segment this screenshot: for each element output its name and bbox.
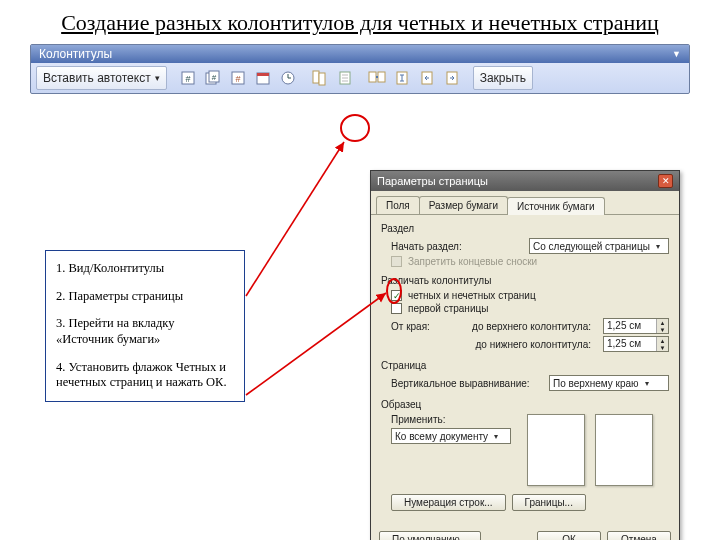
instruction-step-2: 2. Параметры страницы — [56, 289, 234, 305]
toolbar-title: Колонтитулы — [39, 47, 112, 61]
svg-rect-8 — [257, 73, 269, 76]
preview-pages — [527, 414, 653, 486]
group-preview: Образец Применить: Ко всему документу Ну… — [381, 399, 669, 511]
toolbar-button-row: Вставить автотекст ▾ # # # — [31, 63, 689, 93]
page-setup-dialog: Параметры страницы ✕ Поля Размер бумаги … — [370, 170, 680, 540]
dialog-close-icon[interactable]: ✕ — [658, 174, 673, 188]
insert-page-count-icon[interactable]: # — [202, 67, 224, 89]
format-page-number-icon[interactable]: # — [227, 67, 249, 89]
svg-text:#: # — [235, 74, 240, 84]
dialog-titlebar: Параметры страницы ✕ — [371, 171, 679, 191]
group-headers-title: Различать колонтитулы — [381, 275, 669, 286]
close-toolbar-button[interactable]: Закрыть — [473, 66, 533, 90]
preview-page-right — [595, 414, 653, 486]
line-numbers-button[interactable]: Нумерация строк... — [391, 494, 506, 511]
first-page-label: первой страницы — [408, 303, 488, 314]
page-title: Создание разных колонтитулов для четных … — [40, 10, 680, 36]
next-section-icon[interactable] — [441, 67, 463, 89]
svg-rect-12 — [313, 71, 319, 83]
start-section-label: Начать раздел: — [391, 241, 462, 252]
toolbar-dropdown-caret-icon[interactable]: ▼ — [672, 49, 681, 59]
toolbar-titlebar: Колонтитулы ▼ — [31, 45, 689, 63]
valign-select[interactable]: По верхнему краю — [549, 375, 669, 391]
svg-rect-13 — [319, 73, 325, 85]
dialog-button-row: По умолчанию... ОК Отмена — [371, 525, 679, 540]
footer-distance-field[interactable]: 1,25 см ▲▼ — [603, 336, 669, 352]
highlight-circle-toolbar — [340, 114, 370, 142]
header-distance-label: до верхнего колонтитула: — [436, 321, 591, 332]
previous-section-icon[interactable] — [416, 67, 438, 89]
from-edge-label: От края: — [391, 321, 430, 332]
svg-rect-18 — [369, 72, 376, 82]
preview-page-left — [527, 414, 585, 486]
insert-page-number-icon[interactable]: # — [177, 67, 199, 89]
instruction-box: 1. Вид/Колонтитулы 2. Параметры страницы… — [45, 250, 245, 402]
svg-line-24 — [246, 293, 386, 395]
svg-text:#: # — [211, 73, 216, 82]
switch-header-footer-icon[interactable] — [391, 67, 413, 89]
group-preview-title: Образец — [381, 399, 669, 410]
footer-distance-label: до нижнего колонтитула: — [397, 339, 591, 350]
same-as-previous-icon[interactable] — [366, 67, 388, 89]
instruction-step-1: 1. Вид/Колонтитулы — [56, 261, 234, 277]
group-section-title: Раздел — [381, 223, 669, 234]
dialog-body: Раздел Начать раздел: Со следующей стран… — [371, 215, 679, 525]
start-section-select[interactable]: Со следующей страницы — [529, 238, 669, 254]
dialog-title: Параметры страницы — [377, 175, 488, 187]
apply-to-label: Применить: — [391, 414, 521, 425]
first-page-checkbox[interactable] — [391, 303, 402, 314]
svg-line-23 — [246, 142, 344, 296]
footer-distance-value: 1,25 см — [604, 337, 656, 351]
spinner-icon[interactable]: ▲▼ — [656, 337, 668, 351]
tab-fields[interactable]: Поля — [376, 196, 420, 214]
svg-text:#: # — [185, 74, 190, 84]
dropdown-caret-icon: ▾ — [155, 73, 160, 83]
default-button[interactable]: По умолчанию... — [379, 531, 481, 540]
header-distance-value: 1,25 см — [604, 319, 656, 333]
tab-paper-size[interactable]: Размер бумаги — [419, 196, 508, 214]
group-section: Раздел Начать раздел: Со следующей стран… — [381, 223, 669, 267]
instruction-step-4: 4. Установить флажок Четных и нечетных с… — [56, 360, 234, 391]
valign-label: Вертикальное выравнивание: — [391, 378, 530, 389]
page-setup-icon[interactable] — [309, 67, 331, 89]
insert-autotext-label: Вставить автотекст — [43, 71, 151, 85]
spinner-icon[interactable]: ▲▼ — [656, 319, 668, 333]
group-headers: Различать колонтитулы ✓ четных и нечетны… — [381, 275, 669, 352]
insert-autotext-button[interactable]: Вставить автотекст ▾ — [36, 66, 167, 90]
group-page-title: Страница — [381, 360, 669, 371]
tab-paper-source[interactable]: Источник бумаги — [507, 197, 605, 215]
header-footer-toolbar: Колонтитулы ▼ Вставить автотекст ▾ # # # — [30, 44, 690, 94]
instruction-step-3: 3. Перейти на вкладку «Источник бумаги» — [56, 316, 234, 347]
borders-button[interactable]: Границы... — [512, 494, 586, 511]
dialog-tabs: Поля Размер бумаги Источник бумаги — [371, 191, 679, 215]
svg-rect-19 — [378, 72, 385, 82]
group-page: Страница Вертикальное выравнивание: По в… — [381, 360, 669, 391]
show-document-text-icon[interactable] — [334, 67, 356, 89]
suppress-endnotes-label: Запретить концевые сноски — [408, 256, 537, 267]
cancel-button[interactable]: Отмена — [607, 531, 671, 540]
insert-date-icon[interactable] — [252, 67, 274, 89]
apply-to-select[interactable]: Ко всему документу — [391, 428, 511, 444]
odd-even-pages-checkbox[interactable]: ✓ — [391, 290, 402, 301]
insert-time-icon[interactable] — [277, 67, 299, 89]
suppress-endnotes-checkbox — [391, 256, 402, 267]
ok-button[interactable]: ОК — [537, 531, 601, 540]
odd-even-pages-label: четных и нечетных страниц — [408, 290, 536, 301]
header-distance-field[interactable]: 1,25 см ▲▼ — [603, 318, 669, 334]
